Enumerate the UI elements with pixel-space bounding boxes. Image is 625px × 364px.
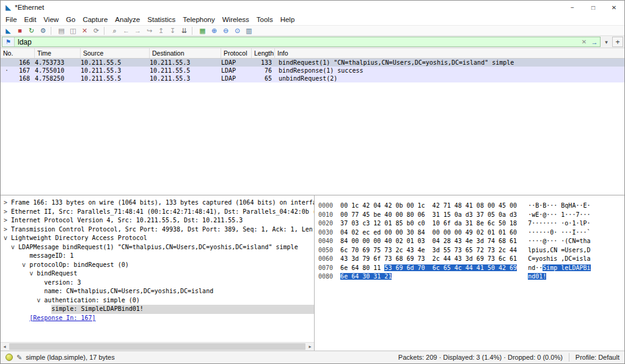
reload-file-icon[interactable]: ⟳ [91, 26, 101, 35]
hex-row[interactable]: 004084 00 00 00 40 02 01 03 04 28 43 4e … [318, 237, 624, 246]
detail-text[interactable]: Transmission Control Protocol, Src Port:… [11, 225, 314, 235]
go-forward-icon[interactable]: → [133, 26, 143, 35]
stop-capture-icon[interactable]: ■ [15, 26, 25, 35]
hex-ascii[interactable]: ····@··· ·(CN=tha [528, 238, 590, 244]
detail-text[interactable]: Lightweight Directory Access Protocol [11, 234, 314, 243]
detail-text[interactable]: Ethernet II, Src: Parallels_71:48:41 (00… [11, 208, 314, 217]
hex-bytes[interactable]: 00 77 45 be 40 00 80 06 31 15 0a d3 37 0… [340, 211, 517, 220]
detail-line[interactable]: v authentication: simple (0) [1, 296, 314, 305]
add-filter-button[interactable]: + [612, 37, 623, 47]
save-file-icon[interactable]: ◫ [68, 26, 78, 35]
packet-row[interactable]: 168 4.758250 10.211.55.5 10.211.55.3 LDA… [1, 75, 624, 82]
column-header-source[interactable]: Source [81, 48, 150, 58]
restart-capture-icon[interactable]: ↻ [26, 26, 37, 35]
filter-clear-icon[interactable]: ✕ [579, 38, 589, 45]
column-header-length[interactable]: Length [252, 48, 275, 58]
hex-row[interactable]: 001000 77 45 be 40 00 80 06 31 15 0a d3 … [318, 211, 624, 220]
detail-line[interactable]: > Ethernet II, Src: Parallels_71:48:41 (… [1, 208, 314, 217]
expand-arrow-icon[interactable]: v [4, 234, 11, 243]
hex-bytes[interactable]: 84 00 00 00 40 02 01 03 04 28 43 4e 3d 7… [340, 237, 517, 246]
column-header-protocol[interactable]: Protocol [221, 48, 252, 58]
expand-arrow-icon[interactable]: v [4, 243, 18, 252]
zoom-out-icon[interactable]: ⊖ [221, 26, 231, 35]
detail-line[interactable]: v LDAPMessage bindRequest(1) "CN=thalpiu… [1, 243, 314, 252]
column-header-info[interactable]: Info [275, 48, 624, 58]
scrollbar-thumb[interactable] [9, 343, 305, 350]
detail-text[interactable]: Internet Protocol Version 4, Src: 10.211… [11, 216, 314, 225]
start-capture-icon[interactable]: ◣ [3, 26, 13, 35]
expand-arrow-icon[interactable]: > [4, 208, 11, 217]
go-back-icon[interactable]: ← [121, 26, 131, 35]
packet-row[interactable]: · 167 4.755010 10.211.55.3 10.211.55.5 L… [1, 67, 624, 75]
hex-ascii[interactable]: nd··Simp leLDAPBi [528, 264, 590, 271]
hex-bytes[interactable]: 6e 64 30 31 21 [340, 272, 517, 282]
display-filter-field[interactable]: ⚑ ✕ → [2, 37, 601, 47]
detail-text[interactable]: [Response In: 167] [29, 314, 314, 323]
hex-bytes[interactable]: 43 3d 79 6f 73 68 69 73 2c 44 43 3d 69 7… [340, 255, 517, 264]
zoom-in-icon[interactable]: ⊕ [209, 26, 219, 35]
detail-line[interactable]: messageID: 1 [1, 252, 314, 261]
hex-row[interactable]: 003004 02 ec ed 00 00 30 84 00 00 00 49 … [318, 228, 624, 238]
hex-ascii[interactable]: ··B·B··· BqHA··E· [528, 202, 590, 209]
filter-bookmark-icon[interactable]: ⚑ [2, 37, 15, 46]
column-header-time[interactable]: Time [35, 48, 81, 58]
profile-indicator[interactable]: Profile: Default [576, 354, 620, 361]
go-to-packet-icon[interactable]: ↪ [144, 26, 155, 35]
expand-arrow-icon[interactable]: v [4, 261, 29, 270]
hex-row[interactable]: 006043 3d 79 6f 73 68 69 73 2c 44 43 3d … [318, 255, 624, 264]
detail-line[interactable]: version: 3 [1, 278, 314, 288]
capture-options-icon[interactable]: ⚙ [38, 26, 48, 35]
expand-arrow-icon[interactable]: v [4, 296, 44, 305]
menu-item[interactable]: Wireless [219, 16, 253, 23]
expand-arrow-icon[interactable] [4, 252, 29, 261]
expand-arrow-icon[interactable] [4, 314, 29, 323]
hex-ascii[interactable]: nd01! [528, 273, 546, 280]
auto-scroll-icon[interactable]: ⇊ [179, 26, 189, 35]
hex-bytes[interactable]: 37 03 c3 12 01 85 b0 c0 10 6f da 31 8e 6… [340, 219, 517, 228]
menu-item[interactable]: Help [277, 16, 299, 23]
hex-row[interactable]: 000000 1c 42 04 42 0b 00 1c 42 71 48 41 … [318, 202, 624, 211]
detail-text[interactable]: LDAPMessage bindRequest(1) "CN=thalpius,… [18, 243, 314, 252]
detail-line[interactable]: > Frame 166: 133 bytes on wire (1064 bit… [1, 198, 314, 208]
hex-bytes[interactable]: 04 02 ec ed 00 00 30 84 00 00 00 49 02 0… [340, 228, 517, 238]
menu-item[interactable]: Analyze [111, 16, 144, 23]
filter-history-caret-icon[interactable]: ▾ [602, 39, 610, 45]
hex-ascii[interactable]: ·wE·@··· 1···7··· [528, 211, 590, 218]
detail-text[interactable]: bindRequest [37, 269, 314, 278]
menu-item[interactable]: Edit [21, 16, 40, 23]
detail-line[interactable]: v bindRequest [1, 269, 314, 278]
detail-text[interactable]: simple: SimpleLDAPBind01! [51, 305, 314, 314]
open-file-icon[interactable]: ▤ [56, 26, 67, 35]
expand-arrow-icon[interactable]: v [4, 269, 37, 278]
column-header-no[interactable]: No. [1, 48, 35, 58]
resize-columns-icon[interactable]: ▥ [244, 26, 254, 35]
detail-line[interactable]: [Response In: 167] [1, 314, 314, 323]
detail-line[interactable]: simple: SimpleLDAPBind01! [1, 305, 314, 314]
detail-line[interactable]: > Internet Protocol Version 4, Src: 10.2… [1, 216, 314, 225]
detail-text[interactable]: name: CN=thalpius,CN=Users,DC=yoshis,DC=… [44, 287, 314, 296]
filter-apply-icon[interactable]: → [589, 38, 600, 46]
go-first-packet-icon[interactable]: ↥ [156, 26, 166, 35]
hex-row[interactable]: 00706e 64 80 11 53 69 6d 70 6c 65 4c 44 … [318, 264, 624, 273]
menu-item[interactable]: Capture [79, 16, 111, 23]
expand-arrow-icon[interactable]: > [4, 198, 11, 208]
colorize-icon[interactable]: ▦ [197, 26, 208, 35]
capture-comment-icon[interactable]: ✎ [16, 354, 22, 362]
detail-line[interactable]: > Transmission Control Protocol, Src Por… [1, 225, 314, 235]
hex-ascii[interactable]: C=yoshis ,DC=isla [528, 255, 590, 262]
detail-line[interactable]: name: CN=thalpius,CN=Users,DC=yoshis,DC=… [1, 287, 314, 296]
find-packet-icon[interactable]: ⌕ [109, 26, 120, 35]
hex-row[interactable]: 00506c 70 69 75 73 2c 43 4e 3d 55 73 65 … [318, 246, 624, 255]
hex-row[interactable]: 00806e 64 30 31 21nd01! [318, 272, 624, 282]
packet-row[interactable]: 166 4.753733 10.211.55.5 10.211.55.3 LDA… [1, 59, 624, 67]
detail-line[interactable]: v protocolOp: bindRequest (0) [1, 261, 314, 270]
expand-arrow-icon[interactable] [4, 305, 51, 314]
detail-text[interactable]: authentication: simple (0) [44, 296, 314, 305]
maximize-button[interactable]: □ [583, 1, 604, 14]
details-horizontal-scrollbar[interactable]: ◂ ▸ [1, 342, 314, 351]
detail-line[interactable]: v Lightweight Directory Access Protocol [1, 234, 314, 243]
hex-bytes[interactable]: 00 1c 42 04 42 0b 00 1c 42 71 48 41 08 0… [340, 202, 517, 211]
menu-item[interactable]: File [2, 16, 21, 23]
zoom-original-icon[interactable]: ⊙ [232, 26, 243, 35]
hex-ascii[interactable]: lpius,CN =Users,D [528, 247, 590, 253]
